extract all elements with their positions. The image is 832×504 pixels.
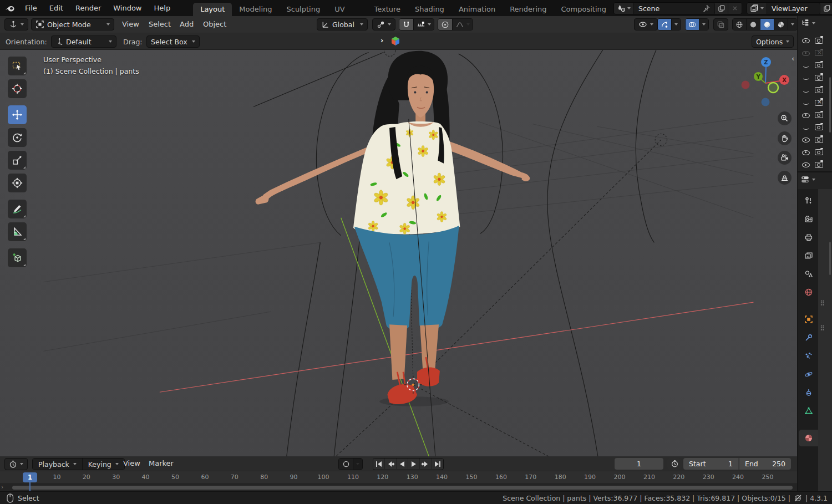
view-layer-icon[interactable]: [747, 3, 767, 14]
camera-visibility-icon[interactable]: [815, 38, 823, 44]
tab-modeling[interactable]: Modeling: [232, 3, 279, 16]
playhead[interactable]: 1: [23, 472, 37, 482]
properties-tab-object-data[interactable]: [799, 403, 818, 419]
visibility-eye-icon[interactable]: [802, 161, 810, 169]
tool-scale[interactable]: [8, 151, 27, 170]
tab-compositing[interactable]: Compositing: [554, 3, 614, 16]
play-reverse-button[interactable]: [397, 459, 408, 469]
timeline-view-menu[interactable]: View: [118, 455, 146, 472]
pivot-point-dropdown[interactable]: [372, 18, 395, 30]
properties-header[interactable]: [800, 175, 815, 184]
play-button[interactable]: [408, 459, 420, 469]
previous-keyframe-button[interactable]: [385, 459, 397, 469]
tab-texture-paint[interactable]: Texture Paint: [367, 3, 408, 16]
viewport-3d[interactable]: User Perspective (1) Scene Collection | …: [0, 50, 797, 456]
properties-tab-world[interactable]: [799, 284, 818, 301]
axis-x-negative[interactable]: [742, 81, 750, 89]
tool-measure[interactable]: [8, 222, 27, 241]
menu-render[interactable]: Render: [69, 0, 107, 16]
view-layer-name-field[interactable]: ViewLayer: [767, 3, 820, 14]
gizmos-dropdown[interactable]: [672, 19, 681, 30]
current-frame-field[interactable]: 1: [615, 458, 663, 470]
mode-dropdown[interactable]: Object Mode: [31, 18, 114, 30]
proportional-editing-icon[interactable]: [438, 19, 453, 30]
camera-visibility-icon[interactable]: [815, 124, 823, 130]
visibility-eye-icon[interactable]: [802, 136, 810, 144]
timeline-expand-icon[interactable]: ›: [1, 483, 3, 491]
panel-divider[interactable]: [798, 171, 832, 172]
jump-to-end-button[interactable]: [432, 459, 443, 469]
shading-material-preview-icon[interactable]: [760, 19, 774, 30]
camera-visibility-icon[interactable]: [815, 149, 823, 155]
falloff-dropdown[interactable]: [453, 19, 473, 30]
camera-view-button[interactable]: [778, 151, 792, 165]
remove-scene-icon[interactable]: [728, 3, 742, 14]
blender-logo-icon[interactable]: [4, 3, 16, 13]
camera-visibility-icon[interactable]: [815, 112, 823, 118]
visibility-eye-icon[interactable]: [802, 37, 810, 44]
shading-dropdown[interactable]: [788, 19, 797, 30]
overlays-dropdown[interactable]: [699, 19, 708, 30]
menu-view[interactable]: View: [116, 16, 145, 33]
tool-transform[interactable]: [8, 174, 27, 192]
properties-tab-constraints[interactable]: [799, 384, 818, 401]
perspective-toggle-button[interactable]: [778, 171, 792, 185]
tab-layout[interactable]: Layout: [193, 3, 232, 16]
auto-keying-dropdown[interactable]: [353, 459, 362, 470]
outliner-header[interactable]: [800, 18, 815, 28]
editor-type-button[interactable]: [4, 18, 28, 30]
tab-shading[interactable]: Shading: [408, 3, 451, 16]
properties-tab-output[interactable]: [799, 229, 818, 246]
visibility-eye-icon[interactable]: [802, 124, 810, 131]
jump-to-start-button[interactable]: [373, 459, 385, 469]
overlays-toggle-icon[interactable]: [686, 19, 699, 30]
pin-icon[interactable]: [702, 4, 710, 12]
tab-animation[interactable]: Animation: [451, 3, 503, 16]
properties-tab-particles[interactable]: [799, 348, 818, 364]
visibility-dropdown[interactable]: [634, 18, 658, 30]
visibility-eye-icon[interactable]: [802, 149, 810, 156]
properties-tab-modifiers[interactable]: [799, 329, 818, 346]
timeline-marker-menu[interactable]: Marker: [143, 455, 179, 472]
properties-tab-render[interactable]: [799, 211, 818, 227]
frame-end-field[interactable]: End250: [739, 458, 791, 470]
tool-rotate[interactable]: [8, 128, 27, 147]
outliner-scrollbar[interactable]: [829, 77, 831, 133]
properties-tab-tool[interactable]: [799, 192, 818, 209]
timeline-ruler[interactable]: 1020304050607080901001101201301401501601…: [0, 471, 797, 483]
menu-object[interactable]: Object: [197, 16, 232, 33]
snap-to-dropdown[interactable]: [414, 19, 434, 30]
tool-tweak-select[interactable]: [8, 57, 27, 75]
visibility-eye-icon[interactable]: [802, 86, 810, 94]
camera-visibility-icon[interactable]: [815, 62, 823, 68]
timeline-editor-type-button[interactable]: [4, 458, 28, 470]
camera-visibility-icon[interactable]: [815, 100, 823, 106]
menu-file[interactable]: File: [19, 0, 43, 16]
timeline-scrollbar-handle[interactable]: [12, 486, 793, 490]
camera-visibility-icon[interactable]: [815, 162, 823, 168]
drag-dropdown[interactable]: Select Box: [146, 35, 200, 48]
duplicate-scene-icon[interactable]: [715, 3, 728, 14]
camera-visibility-icon[interactable]: [815, 137, 823, 143]
axis-z-negative[interactable]: [762, 98, 770, 106]
properties-tab-physics[interactable]: [799, 366, 818, 383]
tool-annotate[interactable]: [8, 200, 27, 218]
sidebar-collapse-icon[interactable]: ‹: [792, 54, 794, 63]
menu-edit[interactable]: Edit: [43, 0, 69, 16]
menu-add[interactable]: Add: [174, 16, 199, 33]
visibility-eye-icon[interactable]: [802, 74, 810, 82]
tab-rendering[interactable]: Rendering: [503, 3, 554, 16]
menu-help[interactable]: Help: [148, 0, 177, 16]
properties-scrollbar[interactable]: [829, 242, 831, 275]
pan-hand-button[interactable]: [778, 131, 792, 145]
properties-tab-material[interactable]: [799, 430, 818, 446]
properties-tab-object[interactable]: [799, 311, 818, 328]
frame-start-field[interactable]: Start1: [683, 458, 739, 470]
menu-window[interactable]: Window: [107, 0, 148, 16]
axis-y-negative[interactable]: [768, 83, 778, 93]
visibility-eye-icon[interactable]: [802, 99, 810, 106]
tool-move[interactable]: [8, 105, 27, 124]
timeline-scrollbar[interactable]: ›: [0, 483, 797, 491]
zoom-button[interactable]: [778, 111, 792, 125]
network-offline-icon[interactable]: [794, 494, 802, 502]
